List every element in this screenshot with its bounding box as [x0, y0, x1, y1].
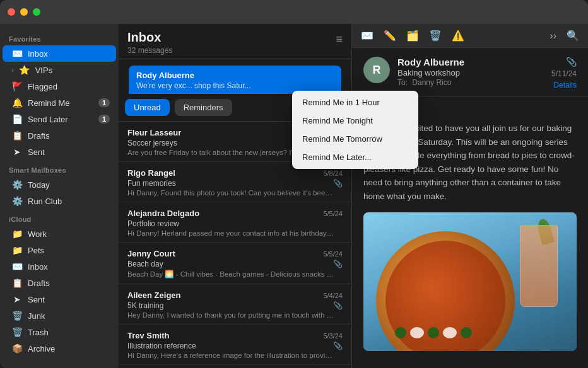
sidebar-item-remind-me[interactable]: 🔔 Remind Me 1	[3, 95, 116, 111]
toppings	[395, 327, 490, 338]
message-list-pane: Inbox 32 messages ≡ Rody Albuerne We're …	[119, 24, 352, 368]
topping	[428, 327, 439, 338]
sidebar-item-today-label: Today	[28, 180, 50, 190]
message-subject: Illustration reference	[127, 342, 196, 350]
message-sender: Jenny Court	[127, 249, 175, 258]
maximize-button[interactable]	[33, 8, 40, 16]
dropdown-item-tonight[interactable]: Remind Me Tonight	[292, 112, 418, 130]
favorites-section-label: Favorites	[0, 29, 119, 45]
archive-icon[interactable]: 🗂️	[406, 30, 419, 42]
sidebar-item-junk-label: Junk	[28, 311, 45, 321]
sidebar-item-work-label: Work	[28, 229, 47, 239]
icloud-section-label: iCloud	[0, 209, 119, 226]
sidebar-item-icloud-drafts-label: Drafts	[28, 279, 50, 288]
compose-icon[interactable]: ✏️	[384, 30, 396, 42]
message-subject: Portfolio review	[127, 219, 179, 228]
topping-white	[443, 327, 457, 338]
sidebar-item-send-later[interactable]: 📄 Send Later 1	[3, 111, 116, 127]
message-sender: Aileen Zeigen	[127, 290, 181, 300]
icloud-sent-icon: ➤	[11, 294, 23, 305]
icloud-drafts-icon: 📋	[11, 277, 23, 289]
sidebar-item-flagged[interactable]: 🚩 Flagged	[3, 78, 116, 95]
reading-pane: ✉️ ✏️ 🗂️ 🗑️ ⚠️ ›› 🔍 R Rody Albuerne Baki…	[352, 24, 588, 368]
sidebar-item-icloud-sent[interactable]: ➤ Sent	[3, 291, 116, 308]
topping	[395, 327, 406, 338]
rody-preview-card[interactable]: Rody Albuerne We're very exc... shop thi…	[129, 66, 341, 94]
trash-icon[interactable]: 🗑️	[429, 30, 442, 42]
message-item[interactable]: Jenny Court 5/5/24 Beach day 📎 Beach Day…	[119, 243, 351, 284]
title-bar	[0, 0, 588, 24]
sidebar-item-archive[interactable]: 📦 Archive	[3, 340, 116, 357]
message-preview: Hi Danny, Found this photo you took! Can…	[127, 189, 336, 197]
sidebar-item-run-club[interactable]: ⚙️ Run Club	[3, 193, 116, 209]
more-icon[interactable]: ››	[550, 30, 556, 42]
message-subject: Beach day	[127, 260, 163, 268]
message-item[interactable]: Trev Smith 5/3/24 Illustration reference…	[119, 325, 351, 365]
dropdown-item-tomorrow[interactable]: Remind Me Tomorrow	[292, 130, 418, 148]
sidebar-item-trash-label: Trash	[28, 328, 49, 337]
message-sender: Alejandra Delgado	[127, 209, 199, 218]
details-link[interactable]: Details	[553, 81, 577, 89]
sidebar-item-pets-label: Pets	[28, 246, 44, 255]
icloud-inbox-icon: ✉️	[11, 261, 23, 272]
message-item[interactable]: Alejandra Delgado 5/5/24 Portfolio revie…	[119, 202, 351, 243]
inbox-count: 32 messages	[127, 46, 172, 55]
close-button[interactable]	[8, 8, 15, 16]
message-sender: Rigo Rangel	[127, 168, 175, 178]
sidebar-item-today[interactable]: ⚙️ Today	[3, 176, 116, 193]
sidebar-item-junk[interactable]: 🗑️ Junk	[3, 308, 116, 324]
rody-preview-name: Rody Albuerne	[136, 71, 334, 80]
attachment-paper-icon: 📎	[566, 57, 577, 67]
message-subject: Soccer jerseys	[127, 139, 177, 147]
message-date: 5/3/24	[323, 332, 343, 340]
message-preview: Beach Day 🌅 - Chill vibes - Beach games …	[127, 270, 336, 279]
drink-glass	[520, 225, 558, 307]
reply-icon[interactable]: ✉️	[361, 30, 373, 42]
sidebar-item-vips[interactable]: › ⭐ VIPs	[3, 62, 116, 78]
email-image	[363, 212, 577, 351]
sidebar-item-flagged-label: Flagged	[28, 82, 57, 91]
sidebar-item-drafts-label: Drafts	[28, 131, 50, 141]
sidebar: Favorites ✉️ Inbox › ⭐ VIPs 🚩 Flagged 🔔 …	[0, 24, 119, 368]
email-subject: Baking workshop	[397, 68, 544, 78]
tab-reminders[interactable]: Reminders	[175, 99, 232, 116]
dropdown-item-1hour[interactable]: Remind Me in 1 Hour	[292, 93, 418, 112]
tab-unread[interactable]: Unread	[125, 99, 170, 116]
vip-icon: ⭐	[19, 64, 30, 76]
chevron-right-icon: ›	[11, 66, 14, 74]
filter-area: Rody Albuerne We're very exc... shop thi…	[119, 59, 351, 122]
sidebar-item-drafts[interactable]: 📋 Drafts	[3, 127, 116, 144]
sidebar-item-pets[interactable]: 📁 Pets	[3, 242, 116, 258]
junk-icon[interactable]: ⚠️	[452, 30, 464, 42]
sidebar-item-work[interactable]: 📁 Work	[3, 226, 116, 242]
sidebar-item-icloud-inbox-label: Inbox	[28, 262, 48, 272]
message-subject: 5K training	[127, 301, 163, 310]
message-list-header: Inbox 32 messages ≡	[119, 24, 351, 59]
smart-mailboxes-section-label: Smart Mailboxes	[0, 160, 119, 176]
sidebar-item-icloud-drafts[interactable]: 📋 Drafts	[3, 275, 116, 291]
sidebar-item-vips-label: VIPs	[35, 66, 52, 75]
sidebar-item-inbox-label: Inbox	[28, 49, 48, 59]
filter-icon[interactable]: ≡	[336, 33, 343, 46]
sender-avatar: R	[363, 57, 390, 83]
attachment-icon: 📎	[333, 179, 343, 188]
sidebar-item-icloud-inbox[interactable]: ✉️ Inbox	[3, 258, 116, 275]
rody-preview-subject: We're very exc... shop this Satur...	[136, 81, 334, 90]
sidebar-item-trash[interactable]: 🗑️ Trash	[3, 324, 116, 340]
attachment-icon: 📎	[333, 260, 343, 268]
to-name: Danny Rico	[412, 78, 451, 87]
pets-folder-icon: 📁	[11, 244, 23, 256]
message-date: 5/5/24	[323, 250, 343, 258]
minimize-button[interactable]	[20, 8, 28, 16]
sidebar-item-inbox[interactable]: ✉️ Inbox	[3, 45, 116, 62]
message-item[interactable]: Aileen Zeigen 5/4/24 5K training 📎 Hey D…	[119, 284, 351, 325]
sidebar-item-sent[interactable]: ➤ Sent	[3, 144, 116, 160]
archive-icon: 📦	[11, 343, 23, 354]
message-date: 5/8/24	[323, 170, 343, 177]
email-meta: Rody Albuerne Baking workshop To: Danny …	[397, 57, 544, 87]
sidebar-item-remind-me-label: Remind Me	[28, 98, 69, 108]
attachment-icon: 📎	[333, 301, 343, 310]
rody-preview-container: Rody Albuerne We're very exc... shop thi…	[119, 59, 351, 94]
dropdown-item-later[interactable]: Remind Me Later...	[292, 148, 418, 166]
search-icon[interactable]: 🔍	[567, 30, 579, 42]
